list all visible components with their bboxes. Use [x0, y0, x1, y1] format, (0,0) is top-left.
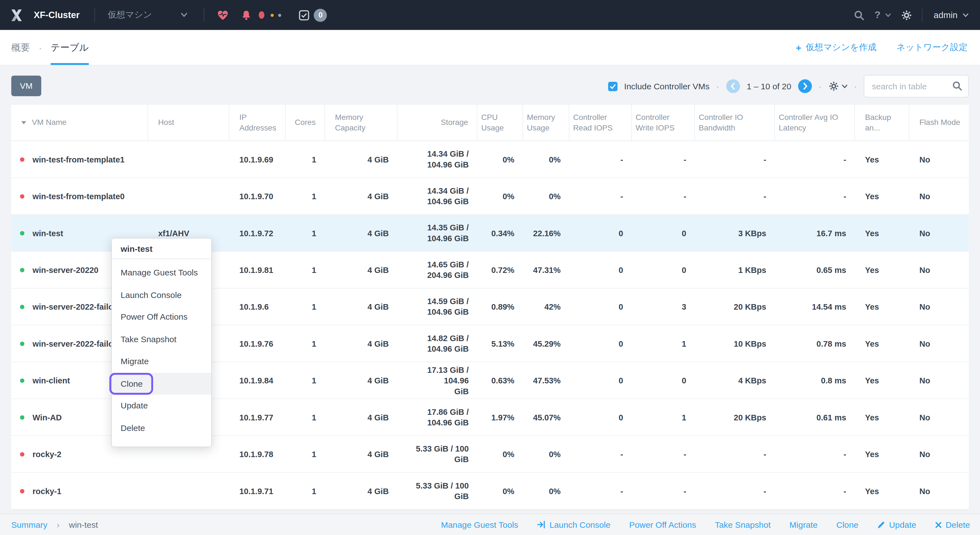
table-row[interactable]: rocky-110.1.9.7114 GiB5.33 GiB / 100 GiB… — [11, 473, 969, 510]
cell-storage: 14.59 GiB / 104.96 GiB — [398, 289, 477, 325]
cell-mem_usage: 0% — [523, 178, 570, 214]
column-header-vm-name[interactable]: VM Name — [11, 105, 148, 140]
vm-name[interactable]: win-client — [33, 375, 70, 386]
help-menu[interactable]: ? — [875, 10, 891, 21]
column-header-ip-addresses[interactable]: IP Addresses — [229, 105, 286, 140]
vm-name[interactable]: win-test — [33, 228, 63, 238]
column-header-cores[interactable]: Cores — [286, 105, 325, 140]
vm-name[interactable]: Win-AD — [33, 412, 62, 422]
column-header-memory-capacity[interactable]: Memory Capacity — [325, 105, 397, 140]
context-menu-item-delete[interactable]: Delete — [112, 417, 211, 439]
cell-cores: 1 — [286, 362, 325, 398]
column-header-backup-an-[interactable]: Backup an... — [855, 105, 909, 140]
app-window: XF-Cluster 仮想マシン — [0, 0, 980, 535]
cell-storage: 5.33 GiB / 100 GiB — [398, 436, 477, 472]
vm-type-button[interactable]: VM — [11, 76, 41, 96]
pagination-next-button[interactable] — [798, 79, 812, 93]
cell-write_iops: - — [632, 178, 695, 214]
alerts-bell-icon[interactable] — [241, 10, 251, 20]
vm-power-status-dot — [20, 194, 24, 198]
table-settings-dropdown[interactable] — [829, 81, 847, 91]
column-header-storage[interactable]: Storage — [398, 105, 477, 140]
nutanix-x-logo[interactable] — [9, 7, 24, 23]
cell-io_lat: 16.7 ms — [775, 215, 855, 251]
table-row[interactable]: win-test-from-template010.1.9.7014 GiB14… — [11, 178, 969, 215]
cell-ip: 10.1.9.77 — [229, 399, 286, 435]
search-icon[interactable] — [952, 81, 963, 91]
vm-context-menu: win-test Manage Guest ToolsLaunch Consol… — [111, 238, 212, 447]
include-controller-vms-checkbox[interactable] — [608, 81, 617, 91]
column-header-cpu-usage[interactable]: CPU Usage — [477, 105, 523, 140]
cell-mem_usage: 0% — [523, 436, 570, 472]
cell-memory: 4 GiB — [325, 141, 397, 177]
tab-overview[interactable]: 概要 — [11, 30, 30, 65]
column-header-controller-read-iops[interactable]: Controller Read IOPS — [570, 105, 632, 140]
cell-backup: Yes — [855, 178, 909, 214]
column-header-memory-usage[interactable]: Memory Usage — [523, 105, 570, 140]
vm-name[interactable]: rocky-1 — [33, 486, 62, 496]
cell-io_lat: 0.78 ms — [775, 325, 855, 362]
user-menu[interactable]: admin — [934, 10, 969, 20]
footer-action-update[interactable]: Update — [877, 520, 916, 529]
context-menu-item-label: Update — [121, 401, 148, 411]
column-header-controller-io-bandwidth[interactable]: Controller IO Bandwidth — [695, 105, 775, 140]
context-menu-item-take-snapshot[interactable]: Take Snapshot — [112, 328, 211, 351]
footer-action-clone[interactable]: Clone — [836, 520, 858, 529]
settings-gear-icon[interactable] — [901, 10, 912, 20]
context-menu-item-manage-guest-tools[interactable]: Manage Guest Tools — [112, 262, 211, 284]
footer-action-launch-console[interactable]: Launch Console — [537, 520, 611, 529]
column-header-controller-write-iops[interactable]: Controller Write IOPS — [632, 105, 695, 140]
cell-io_bw: 10 KBps — [695, 325, 775, 362]
warning-alert-dot[interactable] — [271, 13, 274, 16]
vm-name[interactable]: win-test-from-template1 — [33, 154, 125, 164]
vm-name[interactable]: win-server-2022-failo — [33, 301, 113, 312]
footer-action-power-off-actions[interactable]: Power Off Actions — [629, 520, 696, 529]
breadcrumb-summary-link[interactable]: Summary — [11, 520, 47, 529]
cell-name: rocky-1 — [11, 473, 148, 509]
vm-name[interactable]: win-server-2022-failo — [33, 338, 113, 349]
cell-io_bw: 3 KBps — [695, 215, 775, 251]
column-header-host[interactable]: Host — [148, 105, 229, 140]
check-icon — [609, 83, 616, 90]
table-row[interactable]: win-test-from-template110.1.9.6914 GiB14… — [11, 141, 969, 178]
search-icon[interactable] — [854, 10, 864, 20]
footer-action-take-snapshot[interactable]: Take Snapshot — [715, 520, 771, 529]
context-menu-item-clone[interactable]: Clone — [112, 373, 211, 395]
divider — [95, 8, 95, 22]
entity-menu-dropdown[interactable]: 仮想マシン — [108, 10, 188, 21]
column-header-controller-avg-io-latency[interactable]: Controller Avg IO Latency — [775, 105, 855, 140]
context-menu-item-launch-console[interactable]: Launch Console — [112, 284, 211, 306]
footer-action-manage-guest-tools[interactable]: Manage Guest Tools — [441, 520, 518, 529]
create-vm-link[interactable]: + 仮想マシンを作成 — [796, 42, 877, 53]
context-menu-items: Manage Guest ToolsLaunch ConsolePower Of… — [112, 262, 211, 439]
tasks-button[interactable]: 0 — [299, 8, 327, 21]
cell-backup: Yes — [855, 141, 909, 177]
cell-flash: No — [909, 436, 969, 472]
vm-name[interactable]: win-test-from-template0 — [33, 191, 125, 202]
vm-name[interactable]: win-server-20220 — [33, 265, 99, 275]
vm-power-status-dot — [20, 268, 24, 272]
chevron-down-icon — [885, 13, 891, 17]
network-config-link[interactable]: ネットワーク設定 — [896, 42, 967, 53]
cell-io_lat: - — [775, 436, 855, 472]
cell-flash: No — [909, 362, 969, 398]
context-menu-item-power-off-actions[interactable]: Power Off Actions — [112, 306, 211, 328]
tab-table[interactable]: テーブル — [51, 30, 89, 65]
vm-name[interactable]: rocky-2 — [33, 449, 62, 459]
health-heart-icon[interactable] — [217, 10, 229, 21]
info-alert-dot[interactable] — [278, 13, 282, 16]
footer-action-migrate[interactable]: Migrate — [789, 520, 818, 529]
context-menu-item-update[interactable]: Update — [112, 395, 211, 417]
column-header-flash-mode[interactable]: Flash Mode — [909, 105, 969, 140]
cell-flash: No — [909, 289, 969, 325]
cell-mem_usage: 0% — [523, 473, 570, 509]
cell-mem_usage: 47.31% — [523, 252, 570, 288]
pagination-prev-button[interactable] — [726, 79, 740, 93]
cell-memory: 4 GiB — [325, 289, 397, 325]
close-icon — [935, 521, 942, 528]
critical-alert-badge[interactable] — [259, 11, 264, 19]
footer-action-delete[interactable]: Delete — [935, 520, 970, 529]
cell-ip: 10.1.9.78 — [229, 436, 286, 472]
cell-flash: No — [909, 215, 969, 251]
context-menu-item-migrate[interactable]: Migrate — [112, 350, 211, 373]
